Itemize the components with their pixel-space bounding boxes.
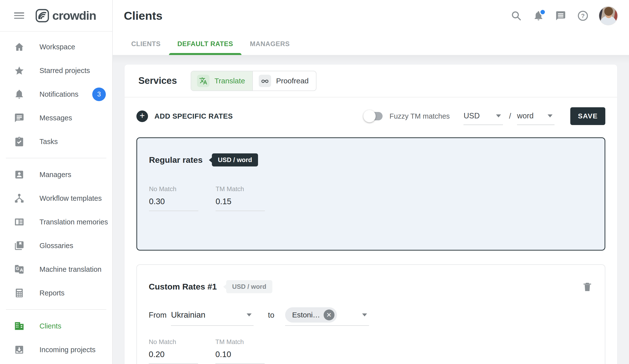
chat-icon [14,113,24,123]
crowdin-wordmark: crowdin [52,9,96,22]
plus-icon: + [136,111,148,122]
language-pair-row: From Ukrainian to Estoni… ✕ [149,305,593,326]
chevron-down-icon [548,115,553,118]
fuzzy-tm-toggle[interactable] [364,112,383,120]
sidebar-header: crowdin [0,0,112,32]
sidebar-item-workspace[interactable]: Workspace [0,35,112,59]
unit-select[interactable]: word [517,107,555,125]
crowdin-logo-icon [35,9,49,22]
star-icon [14,65,24,76]
messages-chat-icon[interactable] [555,10,566,21]
services-heading: Services [138,75,177,86]
tab-default-rates[interactable]: DEFAULT RATES [169,33,241,55]
notifications-count-badge: 3 [92,88,106,101]
sidebar-item-workflow-templates[interactable]: Workflow templates [0,186,112,210]
to-label: to [268,311,274,320]
source-language-select[interactable]: Ukrainian [171,305,254,326]
sidebar-divider [6,158,106,158]
sidebar-nav: Workspace Starred projects Notifications… [0,32,112,362]
services-header: Services Translate Proofread [125,65,617,97]
rates-toolbar: + ADD SPECIFIC RATES Fuzzy TM matches US… [136,107,605,125]
tab-managers[interactable]: MANAGERS [241,33,298,55]
tm-match-field: TM Match 0.15 [216,185,282,211]
search-icon[interactable] [511,10,522,21]
service-switcher: Translate Proofread [191,71,316,91]
sidebar-item-starred-projects[interactable]: Starred projects [0,59,112,82]
unit-separator: / [509,112,511,121]
regular-rates-title: Regular rates [149,155,202,165]
no-match-rate-input[interactable]: 0.30 [149,197,198,211]
target-language-select[interactable]: Estoni… ✕ [285,305,369,326]
toggle-knob [363,110,376,122]
translate-icon [197,75,209,87]
sidebar-item-messages[interactable]: Messages [0,106,112,130]
remove-language-icon[interactable]: ✕ [324,310,334,320]
bell-icon [14,89,24,99]
no-match-field: No Match 0.30 [149,185,216,211]
sidebar-item-notifications[interactable]: Notifications 3 [0,82,112,106]
sidebar-item-incoming-projects[interactable]: Incoming projects [0,338,112,362]
rates-body: + ADD SPECIFIC RATES Fuzzy TM matches US… [125,97,617,364]
custom-rates-title: Custom Rates #1 [149,282,217,291]
help-icon[interactable]: ? [577,10,588,21]
default-rates-panel: Services Translate Proofread [125,65,617,364]
target-language-chip: Estoni… ✕ [285,307,337,323]
tab-bar: CLIENTS DEFAULT RATES MANAGERS [123,33,298,55]
no-match-field: No Match 0.20 [149,338,215,364]
machine-translation-icon: G [14,264,24,274]
clients-building-icon [14,321,24,331]
custom-rates-unit-badge: USD / word [226,280,272,293]
proofread-glasses-icon [259,75,271,87]
regular-rates-unit-badge: USD / word [212,153,258,166]
sidebar-item-tasks[interactable]: Tasks [0,130,112,153]
service-proofread-button[interactable]: Proofread [252,71,316,91]
sidebar-divider [6,309,106,310]
crowdin-logo[interactable]: crowdin [35,9,96,22]
tab-clients[interactable]: CLIENTS [123,33,169,55]
svg-text:G: G [16,266,19,271]
sidebar-item-managers[interactable]: Managers [0,163,112,186]
sidebar-item-reports[interactable]: Reports [0,281,112,305]
chevron-down-icon [362,313,367,316]
custom-rates-card: Custom Rates #1 USD / word From Ukrainia… [136,264,605,364]
tm-match-rate-input[interactable]: 0.15 [216,197,265,211]
sidebar-item-clients[interactable]: Clients [0,314,112,338]
translation-memory-icon [14,217,24,227]
sidebar-item-machine-translation[interactable]: G Machine translation [0,257,112,281]
add-specific-rates-button[interactable]: + ADD SPECIFIC RATES [136,111,233,122]
main-content: Services Translate Proofread [113,55,629,364]
page-title: Clients [124,9,162,22]
no-match-rate-input[interactable]: 0.20 [149,350,198,364]
calculator-icon [14,288,24,298]
unread-notifications-dot [539,9,546,15]
home-icon [14,42,24,52]
from-label: From [149,311,166,320]
inbox-download-icon [14,345,24,355]
sidebar-item-glossaries[interactable]: Glossaries [0,234,112,257]
manager-card-icon [14,169,24,180]
fuzzy-tm-label: Fuzzy TM matches [389,112,450,120]
chevron-down-icon [247,313,252,316]
save-button[interactable]: SAVE [570,107,605,125]
top-header: Clients CLIENTS DEFAULT RATES MANAGERS ? [113,0,629,55]
glossary-book-icon [14,241,24,251]
user-avatar[interactable] [599,6,618,25]
notifications-bell-icon[interactable] [533,10,544,21]
hamburger-menu-icon[interactable] [14,12,24,19]
service-translate-button[interactable]: Translate [191,71,252,91]
currency-select[interactable]: USD [464,107,503,125]
sidebar: crowdin Workspace Starred projects Notif… [0,0,113,364]
chevron-down-icon [496,115,501,118]
clipboard-check-icon [14,136,24,147]
svg-text:?: ? [581,12,585,19]
tm-match-field: TM Match 0.10 [215,338,282,364]
delete-custom-rates-icon[interactable] [582,281,593,293]
workflow-icon [14,193,24,203]
header-actions: ? [499,0,618,32]
sidebar-item-translation-memories[interactable]: Translation memories [0,210,112,234]
tm-match-rate-input[interactable]: 0.10 [215,350,265,364]
regular-rates-card: Regular rates USD / word No Match 0.30 T… [136,137,605,250]
